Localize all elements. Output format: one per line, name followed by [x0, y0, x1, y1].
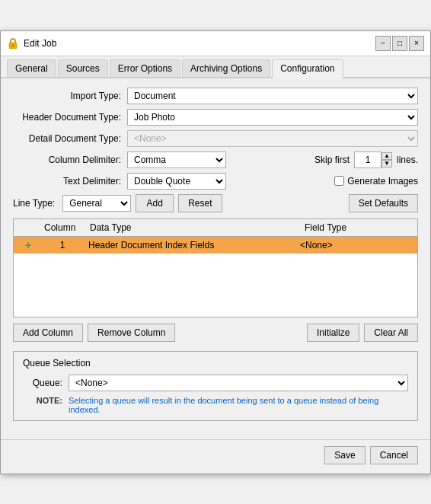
note-text: Selecting a queue will result in the doc… [69, 396, 408, 414]
skip-down-button[interactable]: ▼ [382, 160, 392, 167]
detail-doc-type-row: Detail Document Type: <None> [13, 130, 418, 147]
title-bar-left: Edit Job [7, 37, 56, 49]
import-type-label: Import Type: [13, 91, 127, 101]
detail-doc-type-select[interactable]: <None> [127, 130, 418, 147]
generate-images-col: Generate Images [334, 176, 418, 187]
table-row[interactable]: + 1 Header Document Index Fields <None> [14, 237, 417, 254]
reset-button[interactable]: Reset [178, 194, 222, 212]
initialize-button[interactable]: Initialize [307, 324, 359, 342]
generate-images-label: Generate Images [334, 176, 418, 187]
text-delimiter-row: Text Delimiter: Double Quote Generate Im… [13, 173, 418, 190]
header-doc-type-label: Header Document Type: [13, 112, 127, 123]
table-header: Column Data Type Field Type [14, 219, 417, 237]
column-delimiter-label: Column Delimiter: [13, 155, 127, 165]
th-blank [17, 221, 40, 234]
line-type-label: Line Type: [13, 198, 55, 209]
remove-column-button[interactable]: Remove Column [88, 324, 175, 342]
footer: Save Cancel [1, 439, 430, 474]
th-extra [391, 221, 414, 234]
detail-doc-type-control: <None> [127, 130, 418, 147]
queue-label: Queue: [23, 378, 69, 388]
th-data-type: Data Type [85, 221, 300, 234]
skip-up-button[interactable]: ▲ [382, 152, 392, 160]
line-type-select[interactable]: General [62, 195, 131, 212]
save-button[interactable]: Save [324, 446, 365, 464]
row-field-type: <None> [300, 240, 391, 250]
tab-bar: General Sources Error Options Archiving … [1, 56, 430, 78]
import-type-select[interactable]: Document [127, 88, 418, 104]
clear-all-button[interactable]: Clear All [364, 324, 418, 342]
queue-row: Queue: <None> [23, 375, 408, 391]
text-delimiter-select[interactable]: Double Quote [127, 173, 226, 190]
title-bar-controls: − □ × [375, 36, 424, 51]
add-column-button[interactable]: Add Column [13, 324, 83, 342]
delimiter-skip-row: Column Delimiter: Comma Skip first ▲ ▼ l… [13, 152, 418, 168]
queue-select[interactable]: <None> [69, 375, 408, 391]
tab-content: Import Type: Document Header Document Ty… [1, 78, 430, 439]
line-type-row: Line Type: General Add Reset Set Default… [13, 194, 418, 212]
queue-section: Queue Selection Queue: <None> NOTE: Sele… [13, 351, 418, 421]
column-delimiter-select[interactable]: Comma [127, 152, 226, 168]
title-bar: Edit Job − □ × [1, 31, 430, 56]
row-data-type: Header Document Index Fields [85, 240, 300, 250]
row-icon: + [17, 239, 40, 251]
cancel-button[interactable]: Cancel [370, 446, 418, 464]
header-doc-type-row: Header Document Type: Job Photo [13, 109, 418, 126]
close-button[interactable]: × [409, 36, 424, 51]
skip-first-label: Skip first [314, 155, 350, 165]
skip-first-col: Skip first ▲ ▼ lines. [314, 152, 418, 168]
skip-first-input[interactable] [354, 152, 382, 168]
maximize-button[interactable]: □ [392, 36, 407, 51]
tab-general[interactable]: General [7, 59, 56, 77]
skip-spinner: ▲ ▼ [382, 152, 392, 167]
window-title: Edit Job [24, 38, 56, 49]
text-delimiter-label: Text Delimiter: [13, 176, 127, 187]
header-doc-type-control: Job Photo [127, 109, 418, 126]
minimize-button[interactable]: − [375, 36, 391, 51]
column-table: Column Data Type Field Type + 1 Header D… [13, 219, 418, 317]
table-actions: Add Column Remove Column Initialize Clea… [13, 324, 418, 342]
add-button[interactable]: Add [136, 194, 174, 212]
row-column: 1 [40, 240, 85, 250]
import-type-row: Import Type: Document [13, 88, 418, 104]
svg-point-1 [12, 44, 14, 46]
col-delimiter-col: Column Delimiter: Comma [13, 152, 299, 168]
tab-archiving-options[interactable]: Archiving Options [182, 59, 270, 77]
text-delimiter-col: Text Delimiter: Double Quote [13, 173, 319, 190]
queue-section-title: Queue Selection [23, 358, 408, 368]
tab-configuration[interactable]: Configuration [272, 59, 343, 78]
plus-icon: + [25, 239, 31, 251]
tab-error-options[interactable]: Error Options [110, 59, 180, 77]
generate-images-checkbox[interactable] [334, 176, 344, 186]
note-row: NOTE: Selecting a queue will result in t… [23, 396, 408, 414]
import-type-control: Document [127, 88, 418, 104]
set-defaults-button[interactable]: Set Defaults [349, 194, 418, 212]
th-field-type: Field Type [300, 221, 391, 234]
th-column: Column [40, 221, 85, 234]
edit-job-window: Edit Job − □ × General Sources Error Opt… [0, 30, 431, 474]
tab-sources[interactable]: Sources [58, 59, 108, 77]
skip-first-suffix: lines. [397, 155, 418, 165]
header-doc-type-select[interactable]: Job Photo [127, 109, 418, 126]
lock-icon [7, 37, 19, 49]
detail-doc-type-label: Detail Document Type: [13, 133, 127, 144]
note-label: NOTE: [23, 396, 69, 414]
